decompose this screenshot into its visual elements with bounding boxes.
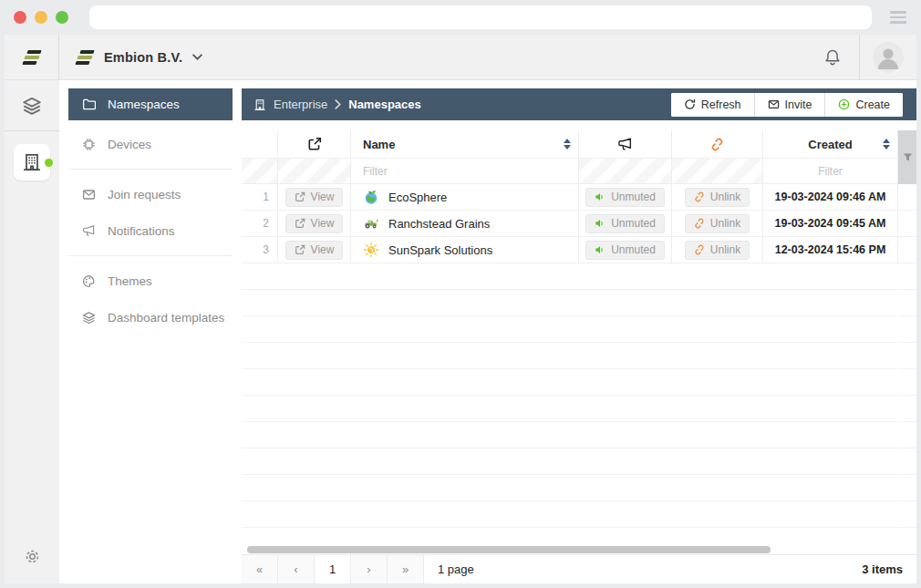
zoom-window-button[interactable] (56, 11, 68, 24)
refresh-button[interactable]: Refresh (671, 93, 754, 117)
filter-disabled-cell (278, 159, 351, 183)
header-view-column[interactable] (278, 130, 351, 158)
chevron-down-icon (192, 54, 202, 60)
created-filter-input[interactable] (763, 159, 897, 183)
filter-created-cell (763, 159, 898, 183)
bell-icon (823, 48, 842, 67)
chip-icon (82, 138, 96, 151)
create-button[interactable]: Create (824, 93, 903, 117)
user-menu[interactable] (860, 35, 916, 79)
header-link-column[interactable] (672, 130, 763, 158)
layers-icon (22, 96, 42, 116)
notifications-bell-button[interactable] (806, 35, 859, 79)
table-row: 2 View Ranchstead Grains (242, 211, 916, 237)
table-header-row: Name Created (242, 130, 916, 159)
pagination-bar: « ‹ 1 › » 1 page 3 items (242, 554, 916, 583)
row-number: 2 (263, 217, 269, 230)
sidebar-item-namespaces[interactable]: Namespaces (68, 88, 233, 120)
header-muted-column[interactable] (579, 130, 672, 158)
unmuted-button[interactable]: Unmuted (585, 241, 665, 260)
rail-item-dashboards[interactable] (5, 80, 59, 131)
address-bar[interactable] (89, 5, 872, 29)
folder-icon (82, 98, 96, 111)
name-filter-input[interactable] (363, 159, 578, 183)
palette-icon (82, 274, 96, 288)
envelope-icon (82, 188, 96, 201)
row-number: 1 (263, 191, 269, 203)
created-date: 12-03-2024 15:46 PM (775, 243, 886, 256)
user-avatar (873, 42, 904, 73)
view-button[interactable]: View (285, 188, 344, 207)
unmuted-button[interactable]: Unmuted (585, 188, 665, 207)
gear-icon (24, 548, 41, 565)
sidebar-divider (68, 255, 233, 256)
namespace-name: EcoSphere (363, 189, 447, 205)
sidebar-divider (68, 169, 233, 170)
breadcrumb-bar: Enterprise Namespaces Refresh Invite (242, 88, 916, 120)
filter-disabled-cell (242, 159, 278, 183)
view-button[interactable]: View (285, 241, 344, 260)
hamburger-icon[interactable] (890, 11, 906, 24)
external-link-icon (295, 191, 305, 202)
horizontal-scrollbar[interactable] (242, 545, 916, 554)
scrollbar-thumb[interactable] (247, 546, 771, 553)
table-row: 3 View SunSpark Solutions (242, 237, 916, 263)
filter-disabled-cell (579, 159, 672, 183)
invite-button[interactable]: Invite (754, 93, 825, 117)
embion-logo-icon (76, 50, 94, 65)
header-created-column[interactable]: Created (763, 130, 898, 158)
current-page-button[interactable]: 1 (315, 555, 351, 583)
breadcrumb-enterprise[interactable]: Enterprise (274, 98, 327, 111)
sun-icon (363, 242, 379, 258)
header-name-column[interactable]: Name (351, 130, 579, 158)
traffic-lights (14, 11, 68, 24)
sort-icon[interactable] (883, 139, 890, 150)
created-date: 19-03-2024 09:45 AM (775, 217, 886, 230)
org-switcher[interactable]: Embion B.V. (59, 35, 202, 79)
chevron-right-icon (335, 99, 341, 109)
sidebar-item-themes[interactable]: Themes (68, 268, 233, 294)
unlink-button[interactable]: Unlink (685, 214, 750, 233)
first-page-button[interactable]: « (242, 555, 278, 583)
unmuted-button[interactable]: Unmuted (585, 214, 665, 233)
next-page-button[interactable]: › (351, 555, 388, 583)
close-window-button[interactable] (14, 11, 26, 24)
rail-item-enterprise[interactable] (14, 144, 50, 181)
megaphone-icon (617, 137, 633, 152)
sidebar-item-devices[interactable]: Devices (68, 131, 233, 157)
external-link-icon (295, 244, 305, 255)
settings-button[interactable] (24, 548, 41, 569)
broken-link-icon (694, 244, 705, 255)
unlink-button[interactable]: Unlink (685, 188, 750, 207)
unlink-button[interactable]: Unlink (685, 241, 750, 260)
page-count-label: 1 page (438, 562, 474, 576)
online-status-dot (45, 159, 53, 167)
plus-circle-icon (838, 98, 850, 110)
speaker-icon (595, 218, 605, 229)
ecosphere-globe-icon (363, 189, 379, 205)
sidebar-item-label: Join requests (108, 188, 181, 201)
sidebar-item-dashboard-templates[interactable]: Dashboard templates (68, 304, 233, 330)
main-content: Enterprise Namespaces Refresh Invite (242, 80, 916, 583)
sidebar-item-notifications[interactable]: Notifications (68, 218, 233, 243)
last-page-button[interactable]: » (388, 555, 424, 583)
company-name: Embion B.V. (104, 50, 182, 65)
sidebar-item-label: Devices (108, 138, 151, 151)
filter-name-cell (351, 159, 579, 183)
broken-link-icon (694, 191, 705, 202)
row-number: 3 (263, 243, 269, 256)
created-date: 19-03-2024 09:46 AM (775, 191, 886, 203)
sidebar-item-join-requests[interactable]: Join requests (68, 181, 233, 207)
sort-icon[interactable] (564, 139, 571, 150)
table-row: 1 View EcoSphere (242, 184, 916, 211)
minimize-window-button[interactable] (35, 11, 47, 24)
external-link-icon (307, 137, 322, 151)
table-filter-row (242, 159, 916, 184)
rail-logo-area[interactable] (5, 35, 59, 79)
view-button[interactable]: View (285, 214, 344, 233)
browser-chrome (0, 0, 921, 35)
broken-link-icon (710, 138, 724, 151)
namespace-name: SunSpark Solutions (363, 242, 492, 258)
prev-page-button[interactable]: ‹ (278, 555, 315, 583)
filter-corner[interactable] (898, 130, 916, 184)
